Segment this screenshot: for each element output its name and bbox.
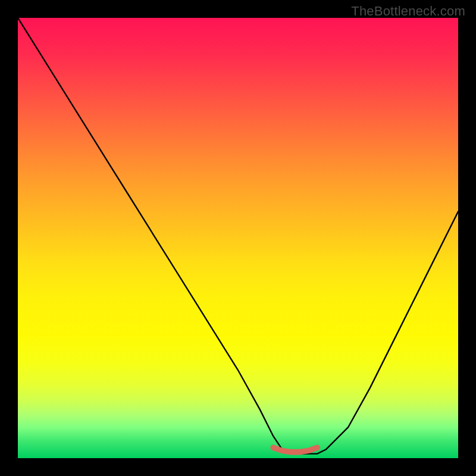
bottleneck-curve-line [18,18,458,454]
chart-svg-layer [18,18,458,458]
watermark-label: TheBottleneck.com [351,4,465,19]
chart-plot-area [18,18,458,458]
optimal-band-line [273,447,317,452]
